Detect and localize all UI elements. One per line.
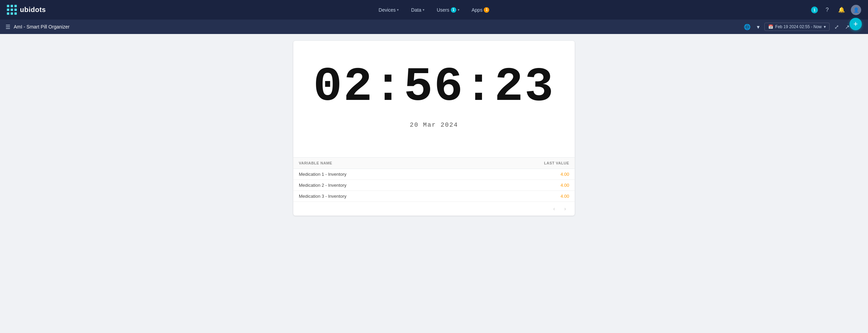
top-navigation: ubidots Devices ▾ Data ▾ Users 1 ▾ Apps … [0, 0, 868, 20]
nav-data[interactable]: Data ▾ [406, 5, 429, 15]
table-pagination: ‹ › [293, 202, 575, 216]
table-row: Medication 2 - Inventory 4.00 [293, 180, 575, 191]
date-range-button[interactable]: 📅 Feb 19 2024 02:55 - Now ▾ [764, 23, 830, 31]
next-page-button[interactable]: › [561, 205, 569, 213]
col-variable-label: VARIABLE NAME [299, 161, 332, 165]
row-name: Medication 3 - Inventory [299, 194, 347, 199]
table-row: Medication 3 - Inventory 4.00 [293, 191, 575, 202]
globe-icon[interactable]: 🌐 [742, 22, 752, 32]
dashboard-card: 02:56:23 20 Mar 2024 VARIABLE NAME LAST … [293, 41, 575, 216]
nav-apps[interactable]: Apps 1 [467, 5, 494, 15]
chevron-down-icon: ▾ [397, 8, 399, 12]
chevron-down-icon[interactable]: ▾ [755, 22, 761, 32]
chevron-down-icon: ▾ [824, 24, 826, 29]
nav-devices[interactable]: Devices ▾ [374, 5, 404, 15]
logo-icon [7, 5, 17, 15]
table-widget: VARIABLE NAME LAST VALUE Medication 1 - … [293, 158, 575, 216]
brand-name: ubidots [20, 6, 46, 14]
clock-widget: 02:56:23 20 Mar 2024 [293, 41, 575, 158]
main-content: 02:56:23 20 Mar 2024 VARIABLE NAME LAST … [0, 34, 868, 222]
sub-nav-left: ☰ AmI - Smart Pill Organizer [5, 24, 70, 30]
col-value-label: LAST VALUE [544, 161, 569, 165]
bell-icon: 🔔 [838, 7, 845, 13]
clock-time: 02:56:23 [313, 63, 555, 111]
chevron-down-icon: ▾ [423, 8, 424, 12]
table-row: Medication 1 - Inventory 4.00 [293, 169, 575, 180]
user-avatar[interactable]: 👤 [851, 5, 861, 15]
expand-icon[interactable]: ⤢ [833, 22, 840, 32]
question-icon: ? [826, 7, 829, 13]
avatar-icon: 👤 [853, 7, 859, 13]
clock-date: 20 Mar 2024 [410, 122, 458, 128]
add-widget-button[interactable]: + [849, 18, 862, 30]
nav-center: Devices ▾ Data ▾ Users 1 ▾ Apps 1 [62, 5, 806, 15]
row-value: 4.00 [561, 172, 569, 177]
users-badge: 1 [451, 7, 456, 13]
nav-right: 1 ? 🔔 👤 [806, 5, 861, 15]
apps-badge: 1 [484, 7, 489, 13]
calendar-icon: 📅 [768, 24, 773, 29]
notification-counter[interactable]: 1 [811, 7, 818, 13]
row-value: 4.00 [561, 194, 569, 199]
dashboard-title: AmI - Smart Pill Organizer [14, 24, 70, 30]
help-button[interactable]: ? [822, 5, 832, 15]
sub-nav-right: 🌐 ▾ 📅 Feb 19 2024 02:55 - Now ▾ ⤢ ↗ ⏸ [742, 22, 863, 32]
prev-page-button[interactable]: ‹ [550, 205, 558, 213]
chevron-down-icon: ▾ [458, 8, 459, 12]
sub-navigation: ☰ AmI - Smart Pill Organizer 🌐 ▾ 📅 Feb 1… [0, 20, 868, 34]
row-value: 4.00 [561, 183, 569, 188]
table-header: VARIABLE NAME LAST VALUE [293, 158, 575, 169]
row-name: Medication 1 - Inventory [299, 172, 347, 177]
notifications-button[interactable]: 🔔 [836, 5, 847, 15]
nav-users[interactable]: Users 1 ▾ [432, 5, 464, 15]
hamburger-icon[interactable]: ☰ [5, 24, 10, 30]
logo-area[interactable]: ubidots [7, 5, 62, 15]
row-name: Medication 2 - Inventory [299, 183, 347, 188]
